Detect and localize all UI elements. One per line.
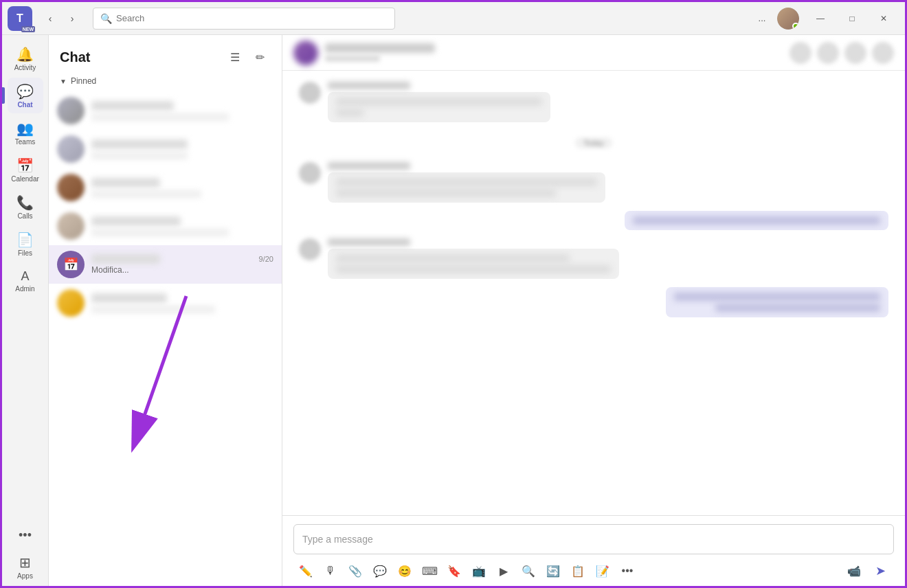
avatar [57,174,85,201]
sender-name [328,238,410,246]
header-action-icon[interactable] [872,42,894,64]
chat-info [91,178,273,198]
contact-name [91,216,181,226]
status-indicator [792,23,799,30]
sidebar-item-teams[interactable]: 👥 Teams [8,115,43,150]
app-body: 🔔 Activity 💬 Chat 👥 Teams 📅 Calendar 📞 C… [2,35,905,588]
search-bar[interactable]: 🔍 [93,8,395,30]
message-text [633,216,880,225]
chat-panel-header: Chat ☰ ✏ [49,35,282,74]
note-button[interactable]: 📝 [593,561,612,580]
sidebar-item-activity[interactable]: 🔔 Activity [8,41,43,76]
user-avatar[interactable] [777,8,799,30]
message-content [328,238,619,279]
giphy-button[interactable]: ⌨ [420,561,439,580]
chat-partner-name [325,43,435,53]
chat-preview [91,306,215,313]
more-nav-button[interactable]: ••• [8,523,43,547]
sticker-button[interactable]: 😊 [395,561,414,580]
title-bar: T NEW ‹ › 🔍 ... — □ ✕ [2,2,905,35]
message-text [336,109,363,117]
pinned-arrow-icon: ▼ [60,78,67,85]
pinned-section-header[interactable]: ▼ Pinned [49,74,282,91]
header-action-icon[interactable] [817,42,839,64]
nav-arrows: ‹ › [41,9,82,28]
send-button[interactable]: ➤ [869,560,891,582]
sender-avatar [299,162,321,184]
avatar [57,289,85,317]
message-content [328,82,550,122]
audio-button[interactable]: 🎙 [321,561,340,580]
header-action-icon[interactable] [790,42,811,64]
format-button[interactable]: ✏️ [296,561,315,580]
sidebar-item-admin[interactable]: A Admin [8,263,43,299]
chat-partner-avatar [293,41,318,65]
refresh-button[interactable]: 🔄 [544,561,563,580]
compose-box[interactable]: Type a message [293,524,894,554]
message-content [328,162,605,203]
chat-info [91,139,273,159]
contact-name [91,101,174,111]
copy-button[interactable]: 📋 [568,561,587,580]
chat-list-item-highlighted[interactable]: 📅 9/20 Modifica... [49,245,282,284]
message-group [299,162,888,203]
loop-button[interactable]: 🔖 [445,561,464,580]
sidebar-item-calendar[interactable]: 📅 Calendar [8,152,43,188]
chat-info: 9/20 Modifica... [91,254,273,275]
date-divider: Today [299,136,888,148]
notification-date: 9/20 [259,255,273,263]
message-group [299,82,888,122]
compose-placeholder: Type a message [302,534,373,545]
chat-list-item[interactable] [49,91,282,130]
files-icon: 📄 [16,231,34,248]
minimize-button[interactable]: — [805,8,836,30]
back-button[interactable]: ‹ [41,9,60,28]
sidebar-item-calls[interactable]: 📞 Calls [8,189,43,225]
sidebar-item-apps[interactable]: ⊞ Apps [8,549,43,585]
video-button[interactable]: 📹 [844,561,864,580]
header-action-icon[interactable] [844,42,866,64]
filter-button[interactable]: ☰ [224,46,246,68]
emoji-button[interactable]: 💬 [370,561,390,580]
chat-preview [91,229,229,236]
notification-text: Modifica... [91,265,129,275]
maximize-button[interactable]: □ [836,8,868,30]
close-button[interactable]: ✕ [868,8,899,30]
compose-button[interactable]: ✏ [249,46,271,68]
chat-list-item[interactable] [49,130,282,168]
message-row [299,238,888,279]
chat-preview [91,113,229,121]
sender-name [328,162,410,170]
admin-icon: A [21,269,29,284]
contact-name [91,293,167,303]
message-text [336,265,611,273]
window-controls: — □ ✕ [805,8,899,30]
chat-panel-title: Chat [60,49,90,65]
sidebar-item-chat[interactable]: 💬 Chat [8,78,43,113]
screen-button[interactable]: 📺 [469,561,489,580]
play-button[interactable]: ▶ [494,561,513,580]
message-text [715,304,880,312]
search-compose-button[interactable]: 🔍 [519,561,538,580]
sidebar-item-files[interactable]: 📄 Files [8,226,43,262]
sender-name [328,82,410,89]
search-icon: 🔍 [100,13,112,24]
message-bubble [328,249,619,279]
more-compose-button[interactable]: ••• [618,561,637,580]
compose-toolbar: ✏️ 🎙 📎 💬 😊 ⌨ 🔖 📺 ▶ 🔍 🔄 📋 📝 ••• 📹 ➤ [293,554,894,585]
message-bubble [666,287,888,317]
more-options-button[interactable]: ... [752,9,772,28]
chat-list-item[interactable] [49,207,282,245]
chat-header-actions [790,42,894,64]
attach-button[interactable]: 📎 [346,561,365,580]
forward-button[interactable]: › [63,9,82,28]
chat-main: Today [282,35,905,588]
chat-info [91,293,273,313]
search-input[interactable] [116,13,388,23]
chat-partner-info [325,43,783,62]
chat-list-item[interactable] [49,168,282,207]
chat-list-item[interactable] [49,284,282,322]
avatar: 📅 [57,251,85,278]
teams-icon: 👥 [16,120,34,137]
message-text [336,254,570,262]
